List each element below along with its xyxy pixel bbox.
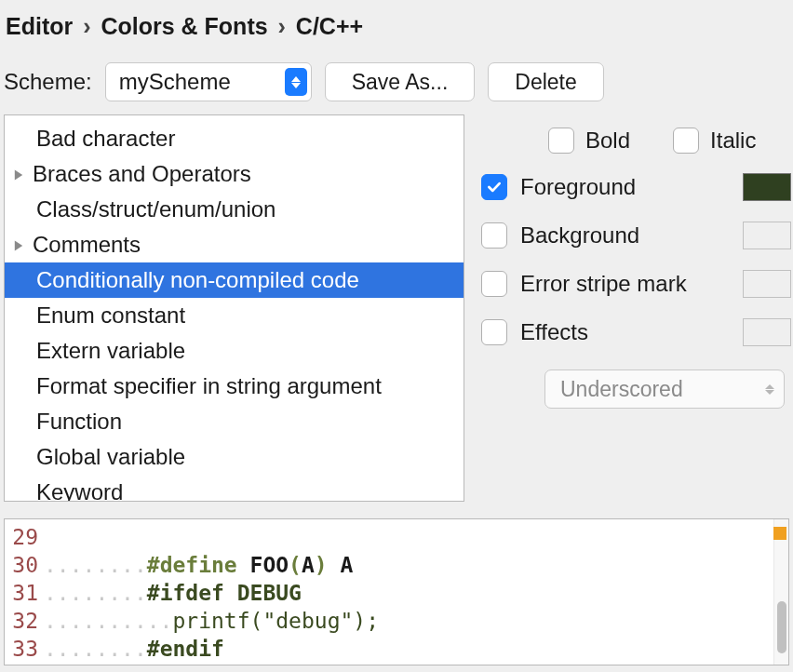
tree-item[interactable]: Enum constant xyxy=(5,298,464,333)
background-label: Background xyxy=(520,222,639,249)
save-as-button[interactable]: Save As... xyxy=(325,62,476,101)
scheme-label: Scheme: xyxy=(4,69,92,95)
delete-button[interactable]: Delete xyxy=(488,62,603,101)
italic-checkbox[interactable] xyxy=(673,128,699,154)
foreground-label: Foreground xyxy=(520,174,636,200)
breadcrumb: Editor › Colors & Fonts › C/C++ xyxy=(0,7,793,57)
overview-warning-marker[interactable] xyxy=(773,527,786,540)
editor-code[interactable]: ........#define FOO(A) A........#ifdef D… xyxy=(44,519,773,665)
tree-item[interactable]: Conditionally non-compiled code xyxy=(5,262,464,298)
breadcrumb-sep-icon: › xyxy=(79,13,94,39)
tree-item[interactable]: Extern variable xyxy=(5,333,464,369)
error-stripe-checkbox[interactable] xyxy=(481,271,507,297)
tree-item[interactable]: Braces and Operators xyxy=(5,156,464,192)
breadcrumb-sep-icon: › xyxy=(275,13,289,39)
breadcrumb-editor[interactable]: Editor xyxy=(6,13,73,39)
code-line: ........#endif xyxy=(44,635,773,663)
line-number: 32 xyxy=(5,607,38,635)
background-checkbox[interactable] xyxy=(481,222,507,249)
error-stripe-label: Error stripe mark xyxy=(520,271,687,297)
overview-ruler[interactable] xyxy=(773,519,788,665)
line-number: 29 xyxy=(5,523,38,551)
tree-item-label: Function xyxy=(20,409,122,435)
scrollbar-thumb[interactable] xyxy=(777,601,786,653)
preview-editor[interactable]: 2930313233 ........#define FOO(A) A.....… xyxy=(4,518,789,665)
foreground-checkbox[interactable] xyxy=(481,174,507,200)
updown-arrows-icon xyxy=(285,68,307,96)
effects-color-swatch[interactable] xyxy=(743,318,791,346)
effects-type-value: Underscored xyxy=(560,377,683,402)
italic-label: Italic xyxy=(710,128,756,154)
chevron-right-icon[interactable] xyxy=(12,161,31,187)
breadcrumb-cpp[interactable]: C/C++ xyxy=(296,13,363,39)
chevron-right-icon[interactable] xyxy=(12,232,31,258)
tree-item-label: Class/struct/enum/union xyxy=(20,196,276,222)
scheme-value: myScheme xyxy=(119,69,231,95)
line-number: 33 xyxy=(5,635,38,663)
tree-item-label: Braces and Operators xyxy=(31,161,251,187)
tree-item[interactable]: Keyword xyxy=(5,475,464,502)
tree-item[interactable]: Comments xyxy=(5,227,464,262)
tree-item-label: Global variable xyxy=(20,444,185,470)
scheme-select[interactable]: myScheme xyxy=(105,62,312,101)
tree-item-label: Bad character xyxy=(20,126,175,152)
breadcrumb-colors-fonts[interactable]: Colors & Fonts xyxy=(101,13,267,39)
updown-arrows-icon xyxy=(765,384,774,395)
attribute-tree[interactable]: Bad characterBraces and OperatorsClass/s… xyxy=(4,114,464,502)
tree-item-label: Comments xyxy=(31,232,141,258)
line-number: 30 xyxy=(5,551,38,579)
foreground-color-swatch[interactable] xyxy=(743,173,791,201)
style-options: Bold Italic Foreground Background xyxy=(481,114,793,502)
tree-item-label: Enum constant xyxy=(20,302,185,329)
code-line: ........#ifdef DEBUG xyxy=(44,579,773,607)
background-color-swatch[interactable] xyxy=(743,222,791,249)
bold-checkbox[interactable] xyxy=(548,128,574,154)
tree-item[interactable]: Global variable xyxy=(5,439,464,475)
tree-item[interactable]: Function xyxy=(5,404,464,439)
code-line: ..........printf("debug"); xyxy=(44,607,773,635)
effects-label: Effects xyxy=(520,319,588,345)
effects-type-select[interactable]: Underscored xyxy=(544,370,785,409)
tree-item-label: Keyword xyxy=(20,479,123,502)
check-icon xyxy=(486,179,503,195)
tree-item-label: Extern variable xyxy=(20,338,185,364)
effects-checkbox[interactable] xyxy=(481,319,507,345)
tree-item[interactable]: Bad character xyxy=(5,121,464,156)
line-number: 31 xyxy=(5,579,38,607)
error-stripe-color-swatch[interactable] xyxy=(743,270,791,298)
tree-item[interactable]: Format specifier in string argument xyxy=(5,369,464,404)
bold-label: Bold xyxy=(585,128,630,154)
tree-item[interactable]: Class/struct/enum/union xyxy=(5,192,464,227)
code-line: ........#define FOO(A) A xyxy=(44,551,773,579)
editor-gutter: 2930313233 xyxy=(5,519,44,665)
tree-item-label: Conditionally non-compiled code xyxy=(20,267,359,293)
code-line xyxy=(44,523,773,551)
tree-item-label: Format specifier in string argument xyxy=(20,373,382,399)
